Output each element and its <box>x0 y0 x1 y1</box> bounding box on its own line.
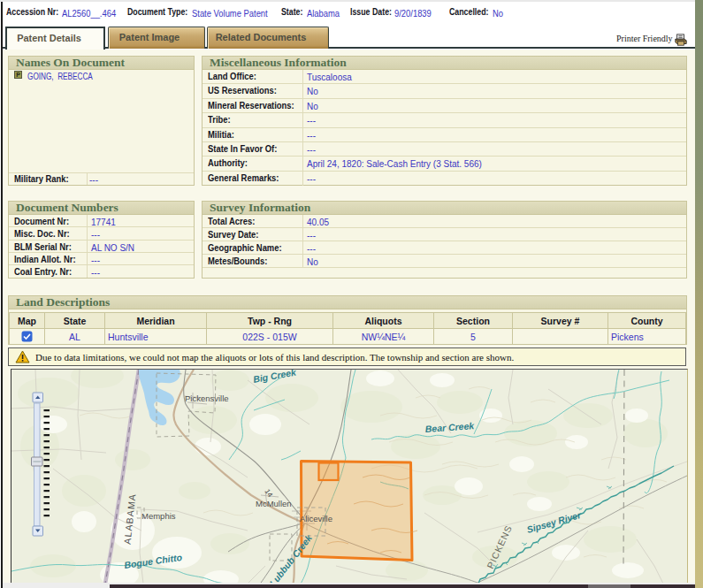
svg-text:P: P <box>16 72 20 78</box>
svg-text:Memphis: Memphis <box>141 511 176 521</box>
svg-text:Aliceville: Aliceville <box>300 514 332 523</box>
svg-text:McMullen: McMullen <box>256 499 292 508</box>
svg-text:Pickensville: Pickensville <box>185 393 229 403</box>
